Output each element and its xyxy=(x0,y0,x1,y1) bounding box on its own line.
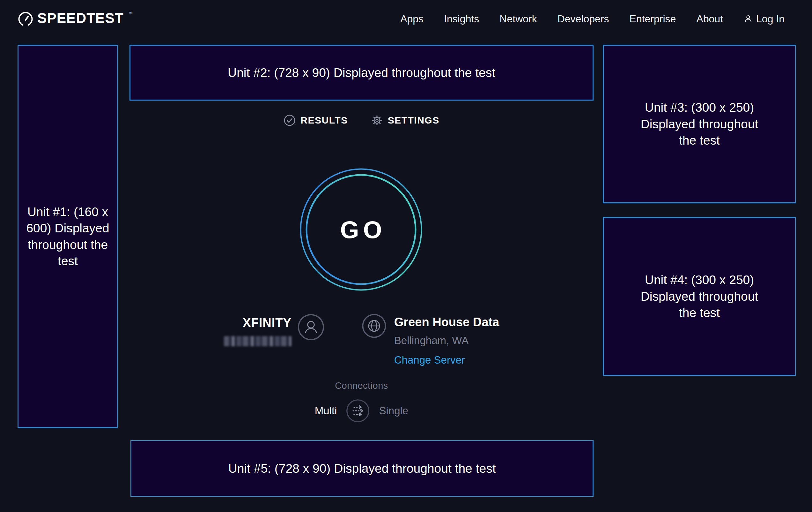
isp-user-icon xyxy=(297,314,325,341)
view-tabs: RESULTS SETTINGS xyxy=(129,114,593,127)
speedtest-page: SPEEDTEST ™ Apps Insights Network Develo… xyxy=(0,0,812,512)
connections-section: Connections Multi Single xyxy=(129,380,593,423)
tab-settings[interactable]: SETTINGS xyxy=(371,114,439,127)
connections-toggle-row: Multi Single xyxy=(129,399,593,423)
ad-unit-3: Unit #3: (300 x 250) Displayed throughou… xyxy=(603,45,796,203)
tab-results[interactable]: RESULTS xyxy=(284,114,348,127)
check-circle-icon xyxy=(284,114,296,127)
nav-item-developers[interactable]: Developers xyxy=(557,13,609,25)
connections-multi-option[interactable]: Multi xyxy=(315,405,337,417)
brand-trademark: ™ xyxy=(128,10,133,16)
login-label: Log In xyxy=(756,13,785,25)
gear-icon xyxy=(371,114,383,127)
connections-single-option[interactable]: Single xyxy=(379,405,408,417)
ad-unit-2-label: Unit #2: (728 x 90) Displayed throughout… xyxy=(228,64,495,81)
ad-unit-5: Unit #5: (728 x 90) Displayed throughout… xyxy=(130,440,593,497)
top-navigation: SPEEDTEST ™ Apps Insights Network Develo… xyxy=(0,0,812,38)
change-server-link[interactable]: Change Server xyxy=(394,354,499,366)
connections-toggle-icon[interactable] xyxy=(346,399,370,423)
speedometer-gauge-icon xyxy=(18,12,33,26)
tab-settings-label: SETTINGS xyxy=(388,115,439,126)
nav-item-network[interactable]: Network xyxy=(499,13,537,25)
go-button[interactable]: GO xyxy=(300,168,422,291)
tab-results-label: RESULTS xyxy=(300,115,348,126)
connections-label: Connections xyxy=(129,380,593,391)
speedtest-logo[interactable]: SPEEDTEST ™ xyxy=(18,11,133,26)
nav-item-enterprise[interactable]: Enterprise xyxy=(630,13,676,25)
ad-unit-4-label: Unit #4: (300 x 250) Displayed throughou… xyxy=(631,272,768,321)
nav-links: Apps Insights Network Developers Enterpr… xyxy=(380,13,785,25)
login-button[interactable]: Log In xyxy=(744,13,785,25)
server-name: Green House Data xyxy=(394,315,499,329)
isp-ip-redacted xyxy=(224,336,291,346)
isp-name: XFINITY xyxy=(224,316,291,330)
ad-unit-2: Unit #2: (728 x 90) Displayed throughout… xyxy=(129,45,593,101)
nav-item-insights[interactable]: Insights xyxy=(444,13,479,25)
connection-meta: XFINITY Green House Data Bellingham, WA … xyxy=(129,314,593,366)
server-location: Bellingham, WA xyxy=(394,334,499,347)
ad-unit-5-label: Unit #5: (728 x 90) Displayed throughout… xyxy=(228,460,496,477)
isp-block: XFINITY xyxy=(224,316,291,348)
nav-item-apps[interactable]: Apps xyxy=(400,13,424,25)
ad-unit-1: Unit #1: (160 x 600) Displayed throughou… xyxy=(18,45,118,428)
ad-unit-1-label: Unit #1: (160 x 600) Displayed throughou… xyxy=(26,204,110,269)
ad-unit-3-label: Unit #3: (300 x 250) Displayed throughou… xyxy=(631,99,768,149)
server-globe-icon xyxy=(362,314,386,339)
ad-unit-4: Unit #4: (300 x 250) Displayed throughou… xyxy=(603,217,796,376)
person-icon xyxy=(744,14,753,24)
brand-name: SPEEDTEST xyxy=(37,11,124,25)
go-button-label: GO xyxy=(300,168,422,291)
server-block: Green House Data Bellingham, WA Change S… xyxy=(394,315,499,366)
nav-item-about[interactable]: About xyxy=(696,13,723,25)
